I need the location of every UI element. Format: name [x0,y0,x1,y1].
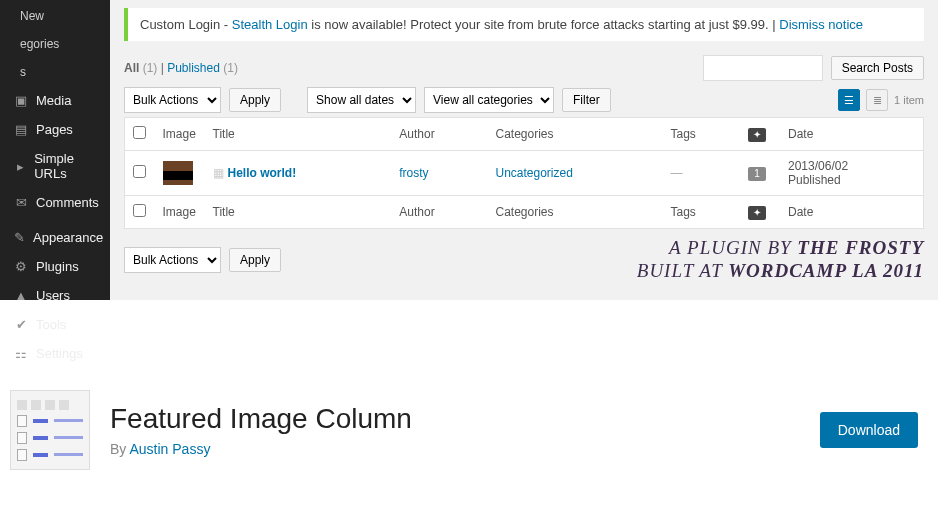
pages-icon: ▤ [14,122,28,137]
status-filters: All (1) | Published (1) [124,61,238,75]
bulk-actions-select-bottom[interactable]: Bulk Actions [124,247,221,273]
plugin-icon [10,390,90,470]
list-view-icon[interactable]: ☰ [838,89,860,111]
search-posts-button[interactable]: Search Posts [831,56,924,80]
filter-published[interactable]: Published [167,61,220,75]
plugin-author-link[interactable]: Austin Passy [129,441,210,457]
plugin-byline: By Austin Passy [110,441,800,457]
col-image: Image [155,118,205,151]
author-link[interactable]: frosty [399,166,428,180]
admin-sidebar: New egories s ▣Media ▤Pages ▸Simple URLs… [0,0,110,300]
table-row: ▦Hello world! frosty Uncategorized — 1 2… [125,151,924,196]
sidebar-item-plugins[interactable]: ⚙Plugins [0,252,110,281]
tags-empty: — [671,166,683,180]
sidebar-item-comments[interactable]: ✉Comments [0,188,110,217]
col-categories: Categories [488,118,663,151]
apply-button-bottom[interactable]: Apply [229,248,281,272]
admin-notice: Custom Login - Stealth Login is now avai… [124,8,924,41]
excerpt-view-icon[interactable]: ≣ [866,89,888,111]
comments-icon: ✉ [14,195,28,210]
appearance-icon: ✎ [14,230,25,245]
credit-text: A PLUGIN BY THE FROSTY BUILT AT WORDCAMP… [637,237,924,283]
dates-select[interactable]: Show all dates [307,87,416,113]
apply-button-top[interactable]: Apply [229,88,281,112]
settings-icon: ⚏ [14,346,28,361]
item-count: 1 item [894,94,924,106]
comment-count[interactable]: 1 [748,167,766,181]
col-date[interactable]: Date [780,118,924,151]
row-checkbox[interactable] [133,165,146,178]
sidebar-item-tags[interactable]: s [0,58,110,86]
featured-image-thumb [163,161,193,185]
plugin-header: Featured Image Column By Austin Passy Do… [0,300,938,500]
post-title-link[interactable]: Hello world! [228,166,297,180]
comments-icon[interactable]: ✦ [748,206,766,220]
urls-icon: ▸ [14,159,26,174]
notice-product-link[interactable]: Stealth Login [232,17,308,32]
select-all-bottom[interactable] [133,204,146,217]
no-image-icon: ▦ [213,166,224,180]
sidebar-item-pages[interactable]: ▤Pages [0,115,110,144]
filter-all[interactable]: All [124,61,139,75]
plugin-title: Featured Image Column [110,403,800,435]
filter-button[interactable]: Filter [562,88,611,112]
col-tags: Tags [663,118,741,151]
category-link[interactable]: Uncategorized [496,166,573,180]
date-cell: 2013/06/02Published [780,151,924,196]
sidebar-item-simple-urls[interactable]: ▸Simple URLs [0,144,110,188]
sidebar-item-media[interactable]: ▣Media [0,86,110,115]
users-icon: ▲ [14,288,28,303]
comments-icon[interactable]: ✦ [748,128,766,142]
main-content: Custom Login - Stealth Login is now avai… [110,0,938,300]
media-icon: ▣ [14,93,28,108]
tools-icon: ✔ [14,317,28,332]
select-all-top[interactable] [133,126,146,139]
col-title[interactable]: Title [205,118,392,151]
dismiss-notice-link[interactable]: Dismiss notice [779,17,863,32]
sidebar-item-categories[interactable]: egories [0,30,110,58]
download-button[interactable]: Download [820,412,918,448]
col-author[interactable]: Author [391,118,487,151]
categories-select[interactable]: View all categories [424,87,554,113]
bulk-actions-select[interactable]: Bulk Actions [124,87,221,113]
sidebar-item-appearance[interactable]: ✎Appearance [0,223,110,252]
sidebar-item-tools[interactable]: ✔Tools [0,310,110,339]
plugins-icon: ⚙ [14,259,28,274]
posts-table: Image Title Author Categories Tags ✦ Dat… [124,117,924,229]
search-input[interactable] [703,55,823,81]
sidebar-item-users[interactable]: ▲Users [0,281,110,310]
sidebar-item-settings[interactable]: ⚏Settings [0,339,110,368]
sidebar-item-new[interactable]: New [0,2,110,30]
